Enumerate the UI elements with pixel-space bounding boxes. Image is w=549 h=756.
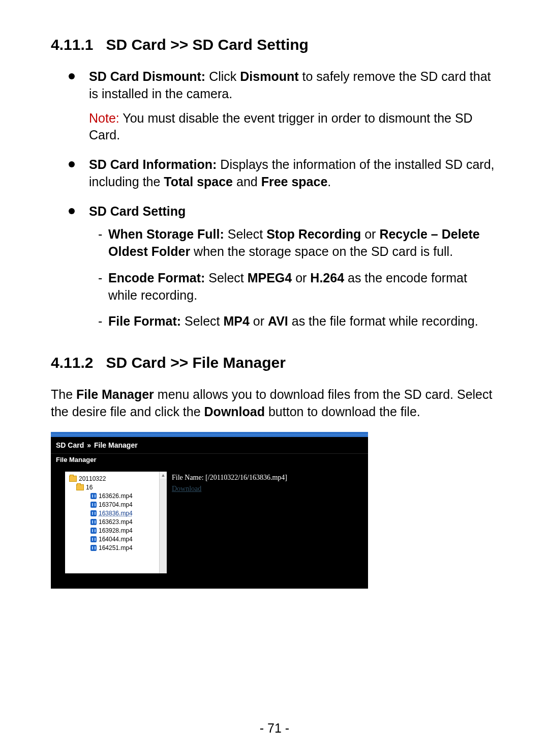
scrollbar[interactable]: ▲ [159,472,167,573]
bullet-text: . [327,175,331,189]
section-title: SD Card >> File Manager [106,354,285,371]
bullet-text: Click [205,69,240,83]
download-button[interactable]: Download [172,485,201,492]
tree-file[interactable]: 163704.mp4 [69,501,167,509]
file-name-value: [/20110322/16/163836.mp4] [205,474,287,481]
video-file-icon [90,528,97,534]
tree-folder[interactable]: 20110322 [69,475,167,483]
video-file-icon [90,510,97,516]
file-name: 163704.mp4 [99,501,133,509]
para-bold: File Manager [76,387,154,401]
bullet-setting: SD Card Setting When Storage Full: Selec… [74,203,498,331]
bullet-bold: Free space [261,175,328,189]
section-number: 4.11.1 [51,36,93,53]
dash-text: or [292,271,310,285]
scroll-up-icon[interactable]: ▲ [160,472,167,479]
dash-encode: Encode Format: Select MPEG4 or H.264 as … [98,270,498,304]
file-name: 163836.mp4 [99,509,133,518]
breadcrumb-item: File Manager [94,441,138,449]
bullet-bold: Dismount [240,69,298,83]
section-number: 4.11.2 [51,354,93,371]
dash-label: When Storage Full: [108,227,224,241]
dash-storage: When Storage Full: Select Stop Recording… [98,226,498,260]
file-details: File Name: [/20110322/16/163836.mp4] Dow… [167,472,366,573]
dash-bold: MP4 [223,314,249,328]
document-page: 4.11.1 SD Card >> SD Card Setting SD Car… [0,0,549,756]
bullet-label: SD Card Setting [89,204,186,218]
section2-paragraph: The File Manager menu allows you to down… [51,386,498,421]
dash-list: When Storage Full: Select Stop Recording… [98,226,498,330]
folder-name: 20110322 [79,475,106,483]
bullet-bold: Total space [164,175,233,189]
bullet-dismount: SD Card Dismount: Click Dismount to safe… [74,68,498,144]
note-text: You must disable the event trigger in or… [89,111,473,142]
note-block: Note: You must disable the event trigger… [89,110,498,144]
dash-bold: H.264 [310,271,344,285]
file-name: 164044.mp4 [99,535,133,544]
file-name: 163626.mp4 [99,492,133,501]
tree-file[interactable]: 164044.mp4 [69,535,167,544]
folder-icon [69,476,77,482]
bullet-info: SD Card Information: Displays the inform… [74,156,498,191]
bullet-text: and [233,175,261,189]
file-name: 164251.mp4 [99,544,133,553]
dash-text: as the file format while recording. [288,314,478,328]
tree-file[interactable]: 164251.mp4 [69,544,167,553]
bullet-label: SD Card Information: [89,157,217,171]
section-heading-4-11-2: 4.11.2 SD Card >> File Manager [51,354,498,372]
file-name: 163928.mp4 [99,527,133,535]
video-file-icon [90,519,97,525]
dash-text: or [250,314,268,328]
dash-label: File Format: [108,314,181,328]
tree-folder[interactable]: 16 [69,483,167,492]
breadcrumb-item: SD Card [56,441,84,449]
video-file-icon [90,493,97,499]
breadcrumb: SD Card » File Manager [51,437,368,453]
dash-text: or [361,227,379,241]
dash-text: Select [205,271,247,285]
tree-file-selected[interactable]: 163836.mp4 [69,509,167,518]
section-label: File Manager [51,453,368,467]
tree-file[interactable]: 163928.mp4 [69,527,167,535]
video-file-icon [90,545,97,551]
dash-file: File Format: Select MP4 or AVI as the fi… [98,313,498,330]
video-file-icon [90,536,97,542]
bullet-list: SD Card Dismount: Click Dismount to safe… [74,68,498,330]
selected-file-name: File Name: [/20110322/16/163836.mp4] [172,474,361,482]
file-manager-panel: SD Card » File Manager File Manager 2011… [51,432,368,589]
dash-text: Select [181,314,223,328]
dash-bold: MPEG4 [248,271,292,285]
note-label: Note: [89,111,119,125]
para-text: button to download the file. [265,404,420,419]
tree-file[interactable]: 163626.mp4 [69,492,167,501]
section-title: SD Card >> SD Card Setting [106,36,308,53]
section-heading-4-11-1: 4.11.1 SD Card >> SD Card Setting [51,36,498,54]
dash-bold: AVI [268,314,288,328]
file-tree[interactable]: 20110322 16 163626.mp4 163704.mp4 163836… [65,472,167,573]
file-manager-body: 20110322 16 163626.mp4 163704.mp4 163836… [51,467,368,589]
dash-text: Select [224,227,266,241]
page-number: - 71 - [0,721,549,736]
folder-name: 16 [86,483,93,492]
video-file-icon [90,502,97,508]
file-name-label: File Name: [172,474,204,481]
para-text: The [51,387,76,401]
dash-label: Encode Format: [108,271,205,285]
folder-icon [76,484,84,490]
dash-text: when the storage space on the SD card is… [190,244,453,258]
file-name: 163623.mp4 [99,518,133,527]
breadcrumb-separator: » [87,441,91,449]
bullet-label: SD Card Dismount: [89,69,205,83]
tree-file[interactable]: 163623.mp4 [69,518,167,527]
dash-bold: Stop Recording [266,227,361,241]
para-bold: Download [204,404,265,419]
